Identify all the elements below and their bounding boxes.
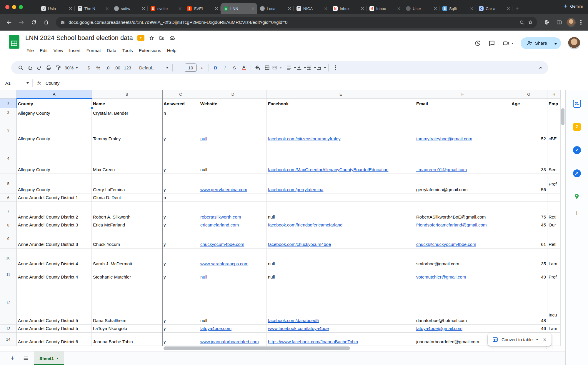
- cell-link[interactable]: latoya4boe@gmail.com: [415, 325, 510, 333]
- cell-link[interactable]: www.sarahforaacps.com: [199, 249, 267, 268]
- cell-link[interactable]: chuck@chuckyocum4boe.com: [415, 229, 510, 249]
- cell-link[interactable]: _magreen.01@gmail.com: [415, 143, 510, 174]
- cell[interactable]: Max Green: [92, 143, 162, 174]
- row-header[interactable]: 6: [0, 194, 17, 202]
- cell[interactable]: Our: [547, 221, 561, 229]
- tab-close-icon[interactable]: [69, 6, 73, 11]
- cell[interactable]: null: [267, 249, 415, 268]
- formula-input[interactable]: County: [46, 81, 60, 86]
- cell-link[interactable]: robertasilkworth.com: [199, 202, 267, 221]
- vertical-scroll-thumb[interactable]: [561, 108, 564, 125]
- cell[interactable]: Crystal M. Bender: [92, 108, 162, 117]
- dismiss-convert-button[interactable]: [543, 337, 547, 342]
- menu-data[interactable]: Data: [104, 46, 119, 55]
- currency-format-button[interactable]: $: [84, 63, 94, 72]
- cell[interactable]: Facebook: [267, 99, 415, 108]
- fill-color-button[interactable]: [253, 63, 262, 72]
- get-addons-button[interactable]: +: [571, 207, 583, 219]
- version-history-icon[interactable]: [474, 40, 481, 47]
- cell[interactable]: smforboe@gmail.com: [415, 249, 510, 268]
- browser-tab[interactable]: SVEL: [184, 3, 221, 14]
- column-header-a[interactable]: A: [17, 90, 92, 99]
- contacts-button[interactable]: [571, 167, 583, 179]
- cell[interactable]: [510, 194, 547, 202]
- cell[interactable]: y: [162, 117, 199, 143]
- back-button[interactable]: [4, 17, 14, 27]
- cell[interactable]: 35: [510, 249, 547, 268]
- cell-link[interactable]: https://www.facebook.com/JoannaBacheTobi…: [267, 333, 415, 346]
- tasks-button[interactable]: [571, 144, 583, 156]
- cell[interactable]: null: [199, 143, 267, 174]
- cell[interactable]: Gloria D. Dent: [92, 194, 162, 202]
- vertical-align-button[interactable]: [296, 63, 306, 72]
- cell[interactable]: y: [162, 268, 199, 281]
- reload-button[interactable]: [29, 17, 39, 27]
- bookmark-star-icon[interactable]: [528, 20, 533, 25]
- cell[interactable]: null: [199, 281, 267, 325]
- italic-button[interactable]: I: [220, 63, 230, 72]
- browser-tab[interactable]: The N: [75, 3, 111, 14]
- cell[interactable]: RobertASilkworth4BoE@gmail.com: [415, 202, 510, 221]
- menu-edit[interactable]: Edit: [37, 46, 51, 55]
- maps-button[interactable]: [571, 191, 583, 202]
- cell[interactable]: Tammy Fraley: [92, 117, 162, 143]
- close-window-button[interactable]: [5, 5, 9, 9]
- undo-button[interactable]: [25, 63, 35, 72]
- menu-extensions[interactable]: Extensions: [136, 46, 164, 55]
- cloud-status-icon[interactable]: [169, 35, 175, 41]
- cell[interactable]: Stephanie Mutchler: [92, 268, 162, 281]
- cell[interactable]: Sarah J. McDermott: [92, 249, 162, 268]
- cell[interactable]: Gerry LaFemina: [92, 174, 162, 194]
- cell[interactable]: danaforboe@hotmail.com: [415, 281, 510, 325]
- gemini-button[interactable]: Gemini: [563, 4, 583, 9]
- paint-format-button[interactable]: [54, 63, 63, 72]
- browser-tab[interactable]: Usin: [38, 3, 75, 14]
- horizontal-scrollbar[interactable]: [164, 346, 543, 350]
- home-button[interactable]: [41, 17, 51, 27]
- cell[interactable]: Allegany County: [17, 143, 92, 174]
- cell[interactable]: Dana Schallheim: [92, 281, 162, 325]
- row-header[interactable]: 7: [0, 202, 17, 221]
- cell[interactable]: [547, 108, 561, 117]
- cell[interactable]: I am: [547, 249, 561, 268]
- cell[interactable]: Allegany County: [17, 108, 92, 117]
- forward-button[interactable]: [16, 17, 26, 27]
- cell[interactable]: Incu: [547, 281, 561, 325]
- row-header[interactable]: 11: [0, 268, 17, 281]
- cell[interactable]: [267, 194, 415, 202]
- row-header[interactable]: 4: [0, 143, 17, 174]
- toolbar-more-button[interactable]: [331, 63, 340, 72]
- cell[interactable]: y: [162, 202, 199, 221]
- keep-button[interactable]: [571, 121, 583, 133]
- cell[interactable]: gerrylafemina@gmail.com: [415, 174, 510, 194]
- minimize-window-button[interactable]: [12, 5, 16, 9]
- cell[interactable]: Website: [199, 99, 267, 108]
- row-header[interactable]: 10: [0, 249, 17, 268]
- browser-menu-icon[interactable]: [580, 22, 582, 23]
- scroll-right-button[interactable]: [551, 346, 554, 349]
- menu-format[interactable]: Format: [84, 46, 104, 55]
- font-size-input[interactable]: 10: [185, 64, 196, 72]
- cell[interactable]: Anne Arundel County District 5: [17, 281, 92, 325]
- more-formats-button[interactable]: 123: [122, 63, 133, 72]
- side-panel-button[interactable]: [554, 17, 564, 27]
- cell-link[interactable]: facebook.com/friendsofericamcfarland: [267, 221, 415, 229]
- column-header-h[interactable]: H: [547, 90, 561, 99]
- site-settings-icon[interactable]: [60, 20, 65, 25]
- browser-tab[interactable]: softw: [111, 3, 148, 14]
- cell-link[interactable]: tammyfraleyboe@gmail.com: [415, 117, 510, 143]
- cell[interactable]: 61: [510, 229, 547, 249]
- cell-link[interactable]: facebook.com/MaxGreenforAlleganyCountyBo…: [267, 143, 415, 174]
- strikethrough-button[interactable]: S: [230, 63, 239, 72]
- cell-link[interactable]: ericamcfarland.com: [199, 221, 267, 229]
- select-all-corner[interactable]: [0, 90, 17, 99]
- cell[interactable]: [547, 194, 561, 202]
- cell[interactable]: Sen: [547, 143, 561, 174]
- column-header-c[interactable]: C: [162, 90, 199, 99]
- row-header[interactable]: 3: [0, 117, 17, 143]
- row-header[interactable]: 14: [0, 333, 17, 346]
- cell-link[interactable]: votemutchler@gmail.com: [415, 268, 510, 281]
- cell[interactable]: Anne Arundel County District 4: [17, 249, 92, 268]
- cell-link[interactable]: facebook.com/citizensfortammyfraley: [267, 117, 415, 143]
- horizontal-scroll-thumb[interactable]: [164, 346, 350, 350]
